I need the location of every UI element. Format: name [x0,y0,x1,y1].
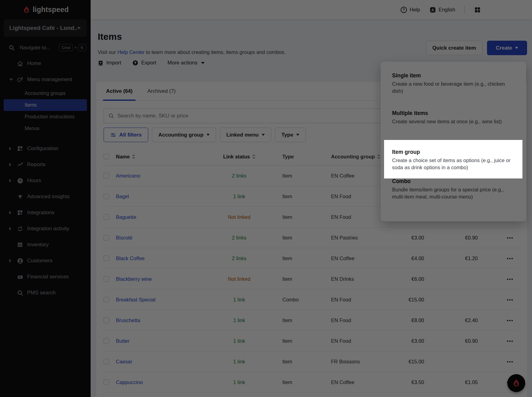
dim-overlay [0,0,532,397]
spotlight-menu-item-item-group[interactable]: Item group Create a choice set of items … [384,140,522,178]
menu-item-description: Create a choice set of items as options … [392,157,513,171]
menu-item-title: Item group [392,148,513,156]
